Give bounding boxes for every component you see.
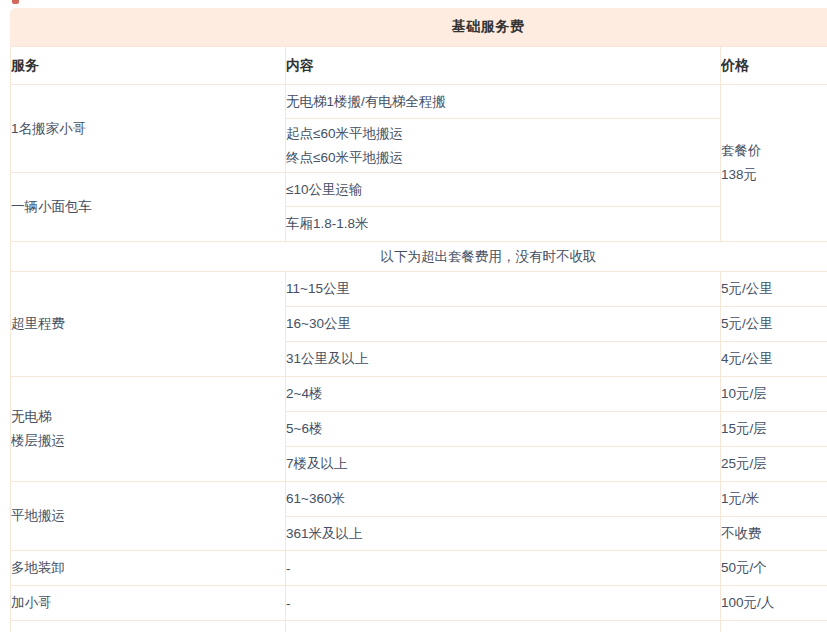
clipped-element-fragment [12,0,19,4]
service-cell-mover: 1名搬家小哥 [11,85,286,173]
package-price-cell: 套餐价 138元 [721,85,827,242]
content-cell: 16~30公里 [286,307,721,342]
content-cell: 起点≤60米平地搬运 终点≤60米平地搬运 [286,119,721,173]
content-cell: - [286,586,721,621]
clipped-bottom-row [11,621,827,632]
price-cell: 15元/层 [721,412,827,447]
table-title: 基础服务费 [452,18,525,36]
empty-cell [286,621,721,632]
content-cell: 5~6楼 [286,412,721,447]
table-row: 1名搬家小哥 无电梯1楼搬/有电梯全程搬 套餐价 138元 [11,85,827,119]
empty-cell [721,621,827,632]
price-cell: 10元/层 [721,377,827,412]
empty-cell [11,621,286,632]
service-cell-add-mover: 加小哥 [11,586,286,621]
price-cell: 5元/公里 [721,272,827,307]
table-row: 平地搬运 61~360米 1元/米 [11,482,827,517]
column-header-row: 服务 内容 价格 [11,47,827,85]
content-cell: 7楼及以上 [286,447,721,482]
price-cell: 4元/公里 [721,342,827,377]
content-cell: ≤10公里运输 [286,173,721,207]
table-row: 无电梯 楼层搬运 2~4楼 10元/层 [11,377,827,412]
service-cell-no-elevator: 无电梯 楼层搬运 [11,377,286,482]
content-cell: 2~4楼 [286,377,721,412]
col-header-price: 价格 [721,47,827,85]
col-header-service: 服务 [11,47,286,85]
content-cell: 361米及以上 [286,517,721,551]
content-cell: 61~360米 [286,482,721,517]
col-header-content: 内容 [286,47,721,85]
content-cell: 无电梯1楼搬/有电梯全程搬 [286,85,721,119]
price-table-container: 基础服务费 服务 内容 价格 1名搬家小哥 无电梯1楼搬/有电梯全程搬 套餐价 … [10,8,827,632]
service-cell-extra-mileage: 超里程费 [11,272,286,377]
note-text: 以下为超出套餐费用，没有时不收取 [11,242,827,272]
content-cell: - [286,551,721,586]
price-cell: 25元/层 [721,447,827,482]
content-cell: 车厢1.8-1.8米 [286,207,721,242]
table-row: 加小哥 - 100元/人 [11,586,827,621]
service-cell-van: 一辆小面包车 [11,173,286,242]
table-row: 多地装卸 - 50元/个 [11,551,827,586]
price-cell: 50元/个 [721,551,827,586]
price-cell: 1元/米 [721,482,827,517]
table-row: 一辆小面包车 ≤10公里运输 [11,173,827,207]
table-row: 超里程费 11~15公里 5元/公里 [11,272,827,307]
service-cell-flat-carry: 平地搬运 [11,482,286,551]
price-cell: 100元/人 [721,586,827,621]
price-cell: 不收费 [721,517,827,551]
note-row: 以下为超出套餐费用，没有时不收取 [11,242,827,272]
service-cell-multi-stop: 多地装卸 [11,551,286,586]
price-cell: 5元/公里 [721,307,827,342]
table-title-band: 基础服务费 [10,8,827,46]
content-cell: 31公里及以上 [286,342,721,377]
price-table: 服务 内容 价格 1名搬家小哥 无电梯1楼搬/有电梯全程搬 套餐价 138元 起… [10,46,827,632]
content-cell: 11~15公里 [286,272,721,307]
